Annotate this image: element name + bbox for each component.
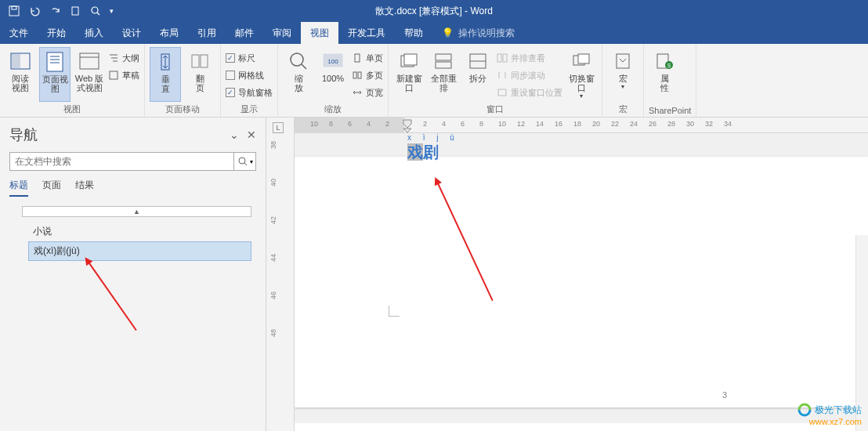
selected-text: 戏 — [407, 143, 423, 161]
heading-item-selected[interactable]: 戏(xì)剧(jù) — [28, 241, 251, 261]
one-page-button[interactable]: 单页 — [352, 50, 383, 66]
group-page-move-label: 页面移动 — [150, 102, 215, 115]
print-layout-button[interactable]: 页面视图 — [39, 47, 71, 102]
outline-button[interactable]: 大纲 — [108, 50, 139, 66]
macros-button[interactable]: 宏 ▾ — [607, 47, 638, 102]
tab-layout[interactable]: 布局 — [150, 22, 188, 44]
page-3[interactable]: x ì j ù 戏剧 3 — [295, 157, 868, 407]
svg-text:S: S — [667, 63, 671, 68]
vertical-ruler: L 384042444648 — [266, 118, 295, 431]
page-width-button[interactable]: 页宽 — [352, 85, 383, 100]
tab-view[interactable]: 视图 — [301, 22, 338, 44]
properties-button[interactable]: S 属 性 — [649, 47, 680, 104]
document-heading[interactable]: x ì j ù 戏剧 — [407, 133, 459, 163]
svg-rect-22 — [355, 54, 360, 62]
undo-button[interactable] — [25, 2, 44, 20]
tell-me-search[interactable]: 💡 操作说明搜索 — [432, 22, 515, 44]
zoom-button[interactable]: 缩 放 — [283, 47, 314, 102]
tab-review[interactable]: 审阅 — [263, 22, 301, 44]
tab-insert[interactable]: 插入 — [75, 22, 113, 44]
ribbon: 阅读 视图 页面视图 Web 版式视图 大纲 草稿 视图 垂 直 — [0, 44, 868, 118]
svg-point-40 — [239, 158, 245, 164]
page-corner-mark — [389, 306, 400, 317]
search-icon — [237, 156, 248, 167]
search-input[interactable] — [10, 153, 233, 170]
tab-references[interactable]: 引用 — [188, 22, 226, 44]
group-macros: 宏 ▾ 宏 — [602, 44, 644, 117]
nav-tab-headings[interactable]: 标题 — [9, 179, 28, 197]
side-icon — [189, 50, 211, 72]
svg-rect-28 — [436, 62, 451, 68]
nav-dropdown-icon[interactable]: ⌄ — [230, 129, 239, 141]
window-title: 散文.docx [兼容模式] - Word — [375, 5, 493, 18]
page-4[interactable] — [295, 423, 868, 431]
draft-button[interactable]: 草稿 — [108, 67, 139, 83]
tab-home[interactable]: 开始 — [38, 22, 75, 44]
nav-tab-results[interactable]: 结果 — [75, 179, 94, 197]
tab-file[interactable]: 文件 — [0, 22, 38, 44]
macros-icon — [612, 50, 634, 72]
group-zoom-label: 缩放 — [283, 102, 383, 115]
tab-mailings[interactable]: 邮件 — [226, 22, 263, 44]
svg-rect-31 — [497, 54, 501, 62]
svg-rect-36 — [617, 54, 629, 68]
nav-pane-title: 导航 — [9, 125, 38, 144]
collapse-handle[interactable]: ▲ — [22, 206, 251, 217]
svg-rect-1 — [12, 6, 16, 9]
arrange-icon — [432, 50, 454, 72]
switch-window-button[interactable]: 切换窗口 ▾ — [566, 47, 597, 102]
nav-close-icon[interactable]: ✕ — [247, 129, 256, 141]
nav-search-box[interactable]: ▾ — [9, 152, 256, 171]
switch-window-icon — [570, 50, 592, 72]
horizontal-ruler[interactable]: 108642246810121416182022242628303234 — [295, 118, 868, 133]
new-window-icon — [398, 50, 420, 72]
ruler-checkbox[interactable]: 标尺 — [226, 50, 273, 66]
group-window: 新建窗口 全部重排 拆分 并排查看 同步滚动 重设窗口位置 切换窗口 ▾ 窗口 — [389, 44, 602, 117]
redo-button[interactable] — [45, 2, 64, 20]
vertical-icon — [154, 51, 176, 73]
group-views-label: 视图 — [5, 102, 139, 115]
group-zoom: 缩 放 100 100% 单页 多页 页宽 缩放 — [278, 44, 389, 117]
nav-pane-checkbox[interactable]: 导航窗格 — [226, 85, 273, 100]
tab-developer[interactable]: 开发工具 — [338, 22, 395, 44]
new-window-button[interactable]: 新建窗口 — [393, 47, 425, 102]
indent-marker[interactable] — [403, 119, 410, 132]
qat-dropdown-icon[interactable]: ▾ — [107, 7, 117, 15]
read-mode-icon — [9, 50, 31, 72]
svg-rect-24 — [358, 72, 361, 78]
side-to-side-button[interactable]: 翻 页 — [184, 47, 215, 102]
svg-rect-2 — [72, 7, 78, 15]
split-button[interactable]: 拆分 — [462, 47, 494, 102]
web-layout-button[interactable]: Web 版式视图 — [74, 47, 105, 102]
heading-item[interactable]: 小说 — [28, 223, 251, 241]
watermark: 极光下载站 www.xz7.com — [797, 403, 862, 426]
zoom-100-button[interactable]: 100 100% — [317, 47, 349, 102]
web-layout-icon — [78, 50, 100, 72]
svg-rect-5 — [12, 54, 20, 68]
search-button[interactable]: ▾ — [233, 153, 255, 170]
vertical-scrollbar[interactable] — [855, 235, 868, 431]
tab-design[interactable]: 设计 — [113, 22, 150, 44]
new-file-button[interactable] — [66, 2, 85, 20]
vertical-scroll-button[interactable]: 垂 直 — [150, 47, 181, 102]
print-layout-icon — [44, 51, 66, 73]
annotation-arrow-1 — [86, 259, 137, 331]
save-button[interactable] — [5, 2, 24, 20]
group-sharepoint: S 属 性 SharePoint — [644, 44, 696, 117]
tab-help[interactable]: 帮助 — [395, 22, 432, 44]
svg-rect-15 — [110, 71, 118, 79]
read-mode-button[interactable]: 阅读 视图 — [5, 47, 36, 102]
svg-point-19 — [291, 53, 303, 66]
ribbon-tabs: 文件 开始 插入 设计 布局 引用 邮件 审阅 视图 开发工具 帮助 💡 操作说… — [0, 22, 868, 44]
tab-selector[interactable]: L — [273, 122, 284, 133]
group-page-move: 垂 直 翻 页 页面移动 — [145, 44, 221, 117]
multi-page-button[interactable]: 多页 — [352, 67, 383, 83]
group-sharepoint-label: SharePoint — [649, 104, 691, 115]
print-preview-button[interactable] — [86, 2, 105, 20]
arrange-all-button[interactable]: 全部重排 — [428, 47, 459, 102]
zoom-icon — [288, 50, 309, 72]
svg-rect-18 — [201, 55, 208, 67]
nav-tab-pages[interactable]: 页面 — [42, 179, 61, 197]
checkbox-checked-icon — [226, 88, 235, 97]
gridlines-checkbox[interactable]: 网格线 — [226, 67, 273, 83]
